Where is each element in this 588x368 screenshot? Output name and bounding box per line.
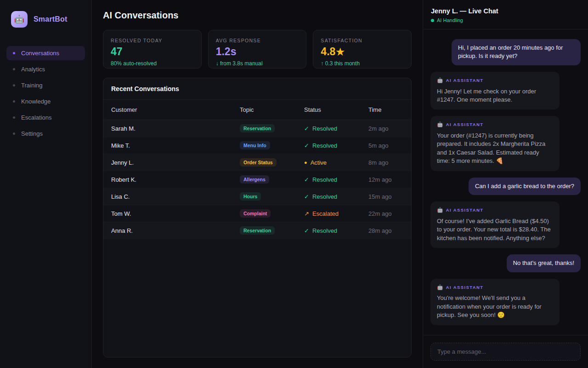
message-text: No that's great, thanks! (513, 259, 574, 267)
ai-message: 🤖AI ASSISTANTYour order (#1247) is curre… (430, 116, 560, 171)
chat-title: Jenny L. — Live Chat (431, 7, 580, 15)
chat-header: Jenny L. — Live Chat AI Handling (423, 0, 588, 29)
topic-badge: Reservation (240, 226, 275, 235)
message-input[interactable] (430, 343, 581, 361)
topic-cell: Menu Info (240, 141, 304, 150)
chat-messages: Hi, I placed an order 20 minutes ago for… (423, 29, 588, 335)
column-header: Topic (240, 106, 304, 113)
status-cell: ✓Resolved (304, 193, 368, 200)
bullet-icon (13, 116, 15, 119)
customer-name: Tom W. (111, 210, 240, 217)
chat-status: AI Handling (431, 17, 580, 23)
table-row[interactable]: Robert K.Allergens✓Resolved12m ago (103, 171, 411, 188)
sidebar-item-escalations[interactable]: Escalations (6, 110, 85, 125)
status-dot-icon (431, 19, 434, 22)
robot-icon: 🤖 (437, 121, 443, 128)
ai-label-text: AI ASSISTANT (446, 284, 484, 290)
column-header: Customer (111, 106, 240, 113)
user-message: No that's great, thanks! (507, 254, 581, 272)
sidebar-item-analytics[interactable]: Analytics (6, 62, 85, 76)
ai-label-text: AI ASSISTANT (446, 77, 484, 83)
stat-card: AVG RESPONSE1.2s↓ from 3.8s manual (208, 30, 307, 69)
table-row[interactable]: Tom W.Complaint↗Escalated22m ago (103, 205, 411, 222)
ai-assistant-label: 🤖AI ASSISTANT (437, 121, 553, 128)
robot-icon: 🤖 (437, 207, 443, 214)
table-row[interactable]: Mike T.Menu Info✓Resolved5m ago (103, 137, 411, 154)
ai-message: 🤖AI ASSISTANTYou're welcome! We'll send … (430, 279, 560, 325)
table-row[interactable]: Sarah M.Reservation✓Resolved2m ago (103, 120, 411, 137)
stat-card: SATISFACTION4.8★↑ 0.3 this month (313, 30, 412, 69)
topic-cell: Allergens (240, 175, 304, 184)
brand-name: SmartBot (34, 15, 68, 23)
user-message: Can I add a garlic bread to the order? (469, 178, 581, 195)
stats-row: RESOLVED TODAY4780% auto-resolvedAVG RES… (103, 30, 412, 69)
ai-message: 🤖AI ASSISTANTHi Jenny! Let me check on y… (430, 72, 560, 110)
user-message: Hi, I placed an order 20 minutes ago for… (452, 39, 581, 65)
sidebar-item-label: Escalations (21, 114, 51, 121)
brand-header: 🤖 SmartBot (6, 11, 85, 28)
sidebar-item-training[interactable]: Training (6, 78, 85, 92)
ai-label-text: AI ASSISTANT (446, 207, 484, 213)
status-label: Escalated (312, 210, 339, 217)
customer-name: Anna R. (111, 227, 240, 234)
topic-cell: Reservation (240, 226, 304, 235)
sidebar-item-label: Training (21, 82, 42, 89)
bullet-icon (13, 100, 15, 103)
status-icon: ✓ (304, 125, 309, 132)
page-title: AI Conversations (103, 10, 412, 21)
ai-assistant-label: 🤖AI ASSISTANT (437, 284, 553, 291)
stat-value: 47 (111, 46, 194, 57)
robot-icon: 🤖 (437, 284, 443, 291)
column-header: Time (368, 106, 403, 113)
time-cell: 15m ago (368, 193, 403, 200)
stat-card: RESOLVED TODAY4780% auto-resolved (103, 30, 202, 69)
status-cell: ✓Resolved (304, 176, 368, 183)
table-row[interactable]: Anna R.Reservation✓Resolved28m ago (103, 222, 411, 239)
topic-badge: Reservation (240, 124, 275, 132)
table-row[interactable]: Jenny L.Order Status●Active8m ago (103, 154, 411, 171)
topic-cell: Order Status (240, 158, 304, 167)
message-text: You're welcome! We'll send you a notific… (437, 294, 553, 319)
status-label: Resolved (312, 193, 337, 200)
recent-conversations-card: Recent Conversations CustomerTopicStatus… (103, 78, 412, 357)
sidebar-item-conversations[interactable]: Conversations (6, 46, 85, 60)
bullet-icon (13, 52, 15, 54)
ai-message: 🤖AI ASSISTANTOf course! I've added Garli… (430, 201, 560, 248)
status-icon: ✓ (304, 227, 309, 234)
status-label: Resolved (312, 176, 337, 183)
table-header: CustomerTopicStatusTime (103, 100, 411, 120)
bullet-icon (13, 132, 15, 135)
sidebar-item-knowledge[interactable]: Knowledge (6, 94, 85, 109)
status-cell: ↗Escalated (304, 210, 368, 217)
customer-name: Jenny L. (111, 159, 240, 166)
time-cell: 5m ago (368, 142, 403, 149)
time-cell: 2m ago (368, 125, 403, 132)
status-icon: ● (304, 160, 307, 165)
sidebar-item-settings[interactable]: Settings (6, 126, 85, 141)
topic-badge: Menu Info (240, 141, 270, 150)
sidebar-item-label: Analytics (21, 66, 45, 73)
bullet-icon (13, 84, 15, 86)
bullet-icon (13, 68, 15, 70)
status-cell: ●Active (304, 159, 368, 166)
time-cell: 22m ago (368, 210, 403, 217)
topic-badge: Allergens (240, 175, 269, 184)
sidebar-nav: ConversationsAnalyticsTrainingKnowledgeE… (6, 46, 85, 143)
ai-assistant-label: 🤖AI ASSISTANT (437, 77, 553, 84)
table-body: Sarah M.Reservation✓Resolved2m agoMike T… (103, 120, 411, 239)
topic-cell: Reservation (240, 124, 304, 132)
message-text: Of course! I've added Garlic Bread ($4.5… (437, 217, 553, 242)
topic-badge: Hours (240, 192, 261, 201)
message-text: Hi, I placed an order 20 minutes ago for… (458, 44, 574, 61)
chat-input-area (423, 335, 588, 368)
status-icon: ✓ (304, 176, 309, 183)
ai-assistant-label: 🤖AI ASSISTANT (437, 207, 553, 214)
smartbot-logo-icon: 🤖 (11, 11, 28, 28)
status-cell: ✓Resolved (304, 142, 368, 149)
message-text: Can I add a garlic bread to the order? (475, 182, 574, 190)
time-cell: 28m ago (368, 227, 403, 234)
sidebar-item-label: Settings (21, 130, 43, 137)
table-row[interactable]: Lisa C.Hours✓Resolved15m ago (103, 188, 411, 205)
live-chat-panel: Jenny L. — Live Chat AI Handling Hi, I p… (423, 0, 588, 368)
stat-value: 1.2s (216, 46, 299, 57)
